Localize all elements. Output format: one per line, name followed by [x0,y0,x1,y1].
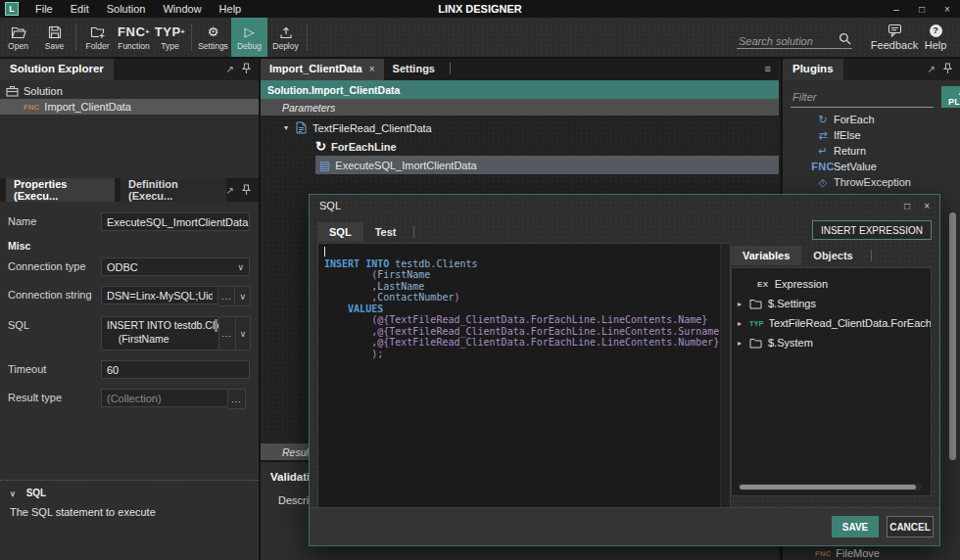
fnc-badge: FNC [24,103,39,112]
search-input[interactable] [737,34,839,48]
popout-icon[interactable]: ↗ [226,185,234,196]
toolbar-right: Feedback ? Help [737,18,960,57]
function-button[interactable]: FNC+ Function [116,18,152,57]
help-button[interactable]: ? Help [915,24,956,51]
plugin-item-setvalue[interactable]: FNC SetValue [783,159,960,174]
parameters-band[interactable]: Parameters [261,99,779,116]
code-line: (FirstName [324,269,730,281]
debug-button[interactable]: ▷ Debug [231,18,267,57]
add-plugins-button[interactable]: ADD PLUGINS [941,86,960,108]
save-button[interactable]: SAVE [832,516,879,537]
menu-file[interactable]: File [26,0,62,18]
sql-ellipsis-button[interactable]: ... [219,316,236,350]
loop-icon: ↻ [315,139,326,154]
menu-solution[interactable]: Solution [98,0,155,18]
document-icon [296,121,307,134]
deploy-button[interactable]: Deploy [267,18,304,57]
editor-scrollbar[interactable] [720,244,730,510]
variable-item-system[interactable]: ▸ $.System [732,333,931,352]
exception-diamond-icon: ◇! [815,176,831,189]
cancel-button[interactable]: CANCEL [887,516,934,537]
plugin-item-filemove[interactable]: FNC FileMove [815,547,880,559]
close-tab-icon[interactable]: × [369,64,375,74]
sql-code-editor[interactable]: INSERT INTO testdb.Clients (FirstName ,L… [317,243,731,511]
scrollbar-thumb[interactable] [215,319,217,332]
tab-variables[interactable]: Variables [731,246,801,265]
tab-sql[interactable]: SQL [317,222,363,242]
folder-button[interactable]: Folder [79,18,116,57]
tree-item-import-clientdata[interactable]: FNC Import_ClientData [0,99,259,115]
search-icon[interactable] [839,32,851,48]
tab-test[interactable]: Test [363,222,408,242]
settings-button[interactable]: ⚙ Settings [195,18,231,57]
variable-item-settings[interactable]: ▸ $.Settings [732,294,931,313]
tree-item-executesql[interactable]: ▤ ExecuteSQL_ImortClientData [315,156,779,174]
connection-string-field[interactable]: DSN=Linx-MySQL;Uid=root [101,286,218,304]
variables-hscrollbar[interactable] [739,484,922,490]
result-type-ellipsis-button[interactable]: ... [228,389,246,409]
menu-help[interactable]: Help [211,0,251,18]
tab-separator [413,226,414,238]
pin-icon[interactable] [943,63,952,74]
tab-list-icon[interactable]: ≡ [765,63,771,74]
type-button[interactable]: TYP+ Type [152,18,188,57]
left-panel: Solution Explorer ↗ Solution FNC Imp [0,57,261,560]
tree-item-solution[interactable]: Solution [0,83,259,99]
maximize-button[interactable]: □ [909,0,935,18]
plugin-item-throwexception[interactable]: ◇! ThrowException [783,174,960,190]
plugin-item-return[interactable]: ↵ Return [783,143,960,159]
sql-field[interactable]: INSERT INTO testdb.Client (FirstName [101,316,219,350]
tree-item-textfileread[interactable]: ▾ TextFileRead_ClientData [261,118,779,137]
solution-search[interactable] [737,26,852,49]
open-button[interactable]: Open [0,18,36,57]
name-field[interactable]: ExecuteSQL_ImortClientData [101,212,250,231]
expander-icon[interactable]: ▾ [284,123,296,132]
timeout-field[interactable]: 60 [101,360,250,379]
tab-properties[interactable]: Properties (Execu... [6,178,115,202]
tree-item-foreachline[interactable]: ↻ ForEachLine [261,137,779,156]
code-line: ,ContactNumber) [324,292,730,303]
tab-import-clientdata[interactable]: Import_ClientData × [261,57,384,80]
dialog-maximize-button[interactable]: □ [904,201,910,211]
connection-type-select[interactable]: ODBC ∨ [101,257,250,276]
plugin-item-foreach[interactable]: ↻ ForEach [783,112,960,127]
breadcrumb[interactable]: Solution.Import_ClientData [261,80,779,99]
typ-badge: TYP [749,319,764,328]
folder-plus-icon [90,23,106,40]
chevron-down-icon[interactable]: ∨ [235,286,251,306]
help-section-header[interactable]: ∨ SQL [10,488,249,498]
expander-icon[interactable]: ▸ [738,300,749,308]
menu-edit[interactable]: Edit [62,0,98,18]
tab-objects[interactable]: Objects [801,246,864,265]
app-logo-icon: L [5,2,19,16]
insert-expression-button[interactable]: INSERT EXPRESSION [812,220,932,240]
variables-section: Variables Objects EX Expression ▸ [731,246,932,496]
expander-icon[interactable]: ▸ [738,319,749,328]
variable-item-expression[interactable]: EX Expression [732,274,931,294]
minimize-button[interactable]: – [884,0,909,18]
chevron-down-icon[interactable]: ∨ [236,316,251,350]
pin-icon[interactable] [242,63,251,74]
connection-string-ellipsis-button[interactable]: ... [218,286,235,306]
plugin-item-ifelse[interactable]: ⇄ IfElse [783,127,960,143]
popout-icon[interactable]: ↗ [928,64,936,74]
document-tabbar: Import_ClientData × Settings ≡ [261,57,779,80]
variable-item-foreachline-type[interactable]: ▸ TYP TextFileRead_ClientData.ForEachLin… [732,313,931,333]
collapse-chevron-icon: ∨ [10,490,16,498]
tab-settings[interactable]: Settings [384,57,444,80]
plugins-filter-input[interactable] [791,87,934,108]
scrollbar-thumb[interactable] [740,485,916,490]
return-arrow-icon: ↵ [815,145,831,158]
popout-icon[interactable]: ↗ [226,64,234,74]
pin-icon[interactable] [242,184,251,196]
dialog-close-button[interactable]: × [924,201,930,211]
tab-definition[interactable]: Definition (Execu... [120,178,226,202]
close-button[interactable]: × [935,0,960,18]
plugins-scrollbar[interactable] [949,212,956,460]
timeout-row: Timeout 60 [0,355,259,384]
menu-window[interactable]: Window [154,0,210,18]
feedback-button[interactable]: Feedback [874,23,915,51]
save-button[interactable]: Save [36,18,72,57]
expander-icon[interactable]: ▸ [738,339,749,348]
result-type-field[interactable]: (Collection) [101,389,228,407]
